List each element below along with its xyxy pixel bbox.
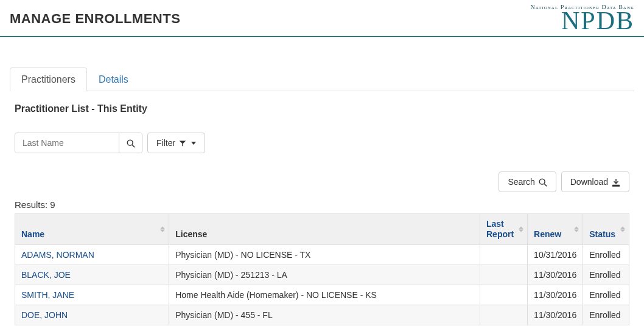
svg-line-1	[132, 145, 135, 147]
cell-renew: 11/30/2016	[528, 305, 583, 325]
col-last-report[interactable]: Last Report	[480, 214, 528, 245]
practitioner-name-link[interactable]: SMITH, JANE	[21, 290, 74, 300]
cell-last-report	[480, 285, 528, 305]
lastname-input-group	[15, 133, 142, 153]
search-icon	[539, 177, 547, 187]
practitioner-name-link[interactable]: BLACK, JOE	[21, 270, 71, 280]
search-label: Search	[508, 177, 534, 187]
col-status[interactable]: Status	[583, 214, 629, 245]
sort-icon	[519, 227, 523, 232]
sort-icon	[620, 227, 625, 232]
filter-label: Filter	[156, 138, 175, 148]
filter-button[interactable]: Filter	[147, 133, 205, 153]
right-actions: Search Download	[10, 171, 634, 192]
col-last-report-label: Last Report	[486, 219, 514, 239]
cell-license: Physician (MD) - NO LICENSE - TX	[169, 244, 480, 265]
sort-icon	[574, 227, 579, 232]
table-header: Name License Last Report Renew Status	[15, 214, 629, 245]
cell-renew: 11/30/2016	[528, 265, 583, 285]
search-button[interactable]: Search	[499, 171, 556, 192]
table-row: BLACK, JOEPhysician (MD) - 251213 - LA11…	[15, 265, 629, 285]
cell-last-report	[480, 244, 528, 265]
tab-bar: Practitioners Details	[10, 68, 634, 91]
col-license-label: License	[175, 229, 207, 239]
npdb-logo: National Practitioner Data Bank NPDB	[531, 4, 634, 33]
table-row: DOE, JOHNPhysician (MD) - 455 - FL11/30/…	[15, 305, 629, 325]
cell-last-report	[480, 305, 528, 325]
cell-name: DOE, JOHN	[15, 305, 169, 325]
results-count: Results: 9	[10, 199, 634, 210]
lastname-input[interactable]	[15, 133, 119, 153]
sort-icon	[160, 227, 165, 232]
download-icon	[612, 177, 620, 187]
cell-status: Enrolled	[583, 265, 629, 285]
cell-name: BLACK, JOE	[15, 265, 169, 285]
cell-name: SMITH, JANE	[15, 285, 169, 305]
cell-license: Home Health Aide (Homemaker) - NO LICENS…	[169, 285, 480, 305]
page-header: MANAGE ENROLLMENTS National Practitioner…	[0, 0, 644, 37]
lastname-search-button[interactable]	[119, 133, 142, 153]
chevron-down-icon	[191, 142, 196, 145]
section-title: Practitioner List - This Entity	[10, 103, 634, 114]
table-row: ADAMS, NORMANPhysician (MD) - NO LICENSE…	[15, 244, 629, 265]
col-name-label: Name	[21, 229, 44, 239]
tab-practitioners[interactable]: Practitioners	[10, 68, 87, 91]
cell-renew: 10/31/2016	[528, 244, 583, 265]
cell-renew: 11/30/2016	[528, 285, 583, 305]
col-renew-label: Renew	[534, 229, 561, 239]
practitioner-name-link[interactable]: DOE, JOHN	[21, 310, 68, 320]
page-title: MANAGE ENROLLMENTS	[10, 11, 180, 27]
search-icon	[127, 138, 135, 147]
filter-icon	[179, 138, 186, 148]
content-area: Practitioners Details Practitioner List …	[0, 37, 644, 325]
search-filter-controls: Filter	[10, 133, 634, 153]
logo-main: NPDB	[531, 8, 634, 33]
download-label: Download	[570, 177, 608, 187]
col-license: License	[169, 214, 480, 245]
cell-name: ADAMS, NORMAN	[15, 244, 169, 265]
cell-status: Enrolled	[583, 305, 629, 325]
results-number: 9	[50, 199, 55, 210]
table-body: ADAMS, NORMANPhysician (MD) - NO LICENSE…	[15, 244, 629, 325]
cell-status: Enrolled	[583, 244, 629, 265]
cell-license: Physician (MD) - 455 - FL	[169, 305, 480, 325]
cell-last-report	[480, 265, 528, 285]
cell-license: Physician (MD) - 251213 - LA	[169, 265, 480, 285]
download-button[interactable]: Download	[561, 171, 629, 192]
col-status-label: Status	[589, 229, 615, 239]
cell-status: Enrolled	[583, 285, 629, 305]
results-prefix: Results:	[15, 199, 47, 210]
svg-rect-4	[613, 185, 620, 187]
col-renew[interactable]: Renew	[528, 214, 583, 245]
svg-point-0	[127, 140, 133, 145]
col-name[interactable]: Name	[15, 214, 169, 245]
table-row: SMITH, JANEHome Health Aide (Homemaker) …	[15, 285, 629, 305]
practitioner-table: Name License Last Report Renew Status	[15, 213, 629, 325]
tab-details[interactable]: Details	[87, 68, 140, 91]
svg-point-2	[539, 179, 545, 185]
svg-line-3	[544, 184, 547, 186]
practitioner-name-link[interactable]: ADAMS, NORMAN	[21, 250, 94, 260]
